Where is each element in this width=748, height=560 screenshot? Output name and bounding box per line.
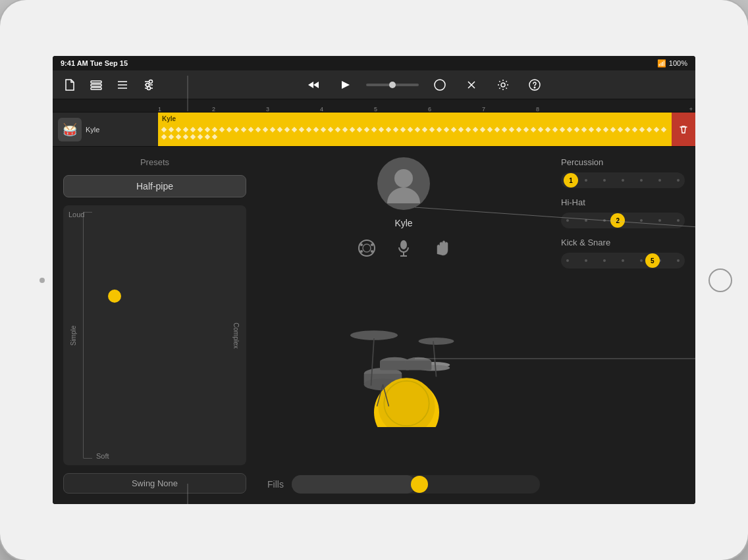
track-header: 🥁 Kyle xyxy=(53,113,158,146)
percussion-label: Percussion xyxy=(561,157,685,167)
track-region-label: Kyle xyxy=(162,115,176,122)
fills-label: Fills xyxy=(267,479,284,490)
svg-rect-0 xyxy=(91,81,101,83)
svg-point-7 xyxy=(146,83,149,86)
track-content[interactable]: Kyle xyxy=(158,113,672,146)
drummer-name: Kyle xyxy=(394,218,412,228)
center-panel: Kyle xyxy=(257,147,550,504)
help-button[interactable] xyxy=(524,74,545,95)
pad-soft-label: Soft xyxy=(96,452,109,460)
count-in-button[interactable] xyxy=(461,74,482,95)
percussion-section: Percussion 1 xyxy=(561,157,685,188)
list-button[interactable] xyxy=(112,74,133,95)
tempo-slider[interactable] xyxy=(366,84,419,86)
ruler-mark-6: 6 xyxy=(428,106,431,113)
metronome-button[interactable] xyxy=(429,74,450,95)
presets-label: Presets xyxy=(63,157,246,167)
toolbar-center xyxy=(159,74,689,95)
rewind-button[interactable] xyxy=(303,74,324,95)
percussion-slider[interactable]: 1 xyxy=(561,172,685,188)
kick-snare-section: Kick & Snare 5 xyxy=(561,238,685,268)
hihat-slider[interactable]: 2 xyxy=(561,213,685,228)
kick-snare-slider[interactable]: 5 xyxy=(561,253,685,268)
svg-rect-1 xyxy=(91,84,101,86)
svg-point-17 xyxy=(359,240,375,256)
ipad-frame: 9:41 AM Tue Sep 15 📶 100% xyxy=(0,0,748,560)
status-right: 📶 100% xyxy=(657,59,687,68)
svg-point-23 xyxy=(400,240,407,249)
ipad-screen: 9:41 AM Tue Sep 15 📶 100% xyxy=(53,56,695,504)
volume-button[interactable] xyxy=(40,278,45,283)
fills-slider[interactable] xyxy=(292,475,540,494)
play-button[interactable] xyxy=(334,74,356,95)
ruler-mark-5: 5 xyxy=(374,106,377,113)
track-name: Kyle xyxy=(86,126,99,134)
tambourine-icon[interactable] xyxy=(355,236,379,260)
svg-point-22 xyxy=(371,250,373,253)
ruler-mark-2: 2 xyxy=(212,106,215,113)
pad-simple-label: Simple xyxy=(70,325,77,345)
ruler-mark-8: 8 xyxy=(536,106,539,113)
left-panel: Presets Half-pipe Loud Soft Simple Compl… xyxy=(53,147,257,504)
svg-point-15 xyxy=(534,87,535,88)
tracks-button[interactable] xyxy=(86,74,107,95)
ruler-mark-7: 7 xyxy=(482,106,485,113)
svg-point-14 xyxy=(529,80,540,90)
new-button[interactable] xyxy=(59,74,80,95)
battery-label: 100% xyxy=(669,59,687,67)
svg-point-9 xyxy=(149,80,153,83)
track-delete-button[interactable] xyxy=(672,113,695,146)
svg-rect-36 xyxy=(406,361,432,370)
timeline-ruler: 1 2 3 4 5 6 7 8 + xyxy=(53,99,695,113)
svg-point-13 xyxy=(501,83,505,87)
kick-snare-thumb[interactable]: 5 xyxy=(645,253,660,268)
svg-point-19 xyxy=(360,243,363,246)
hihat-label: Hi-Hat xyxy=(561,197,685,207)
svg-point-16 xyxy=(394,169,413,188)
swing-button[interactable]: Swing None xyxy=(63,473,246,494)
home-button[interactable] xyxy=(708,268,732,292)
svg-point-27 xyxy=(419,338,454,345)
fills-row: Fills xyxy=(267,475,540,494)
toolbar-left xyxy=(59,74,159,95)
hand-icon[interactable] xyxy=(429,236,452,260)
pad-bracket xyxy=(83,212,92,459)
percussion-dots xyxy=(561,179,685,182)
hihat-section: Hi-Hat 2 xyxy=(561,197,685,228)
wifi-icon: 📶 xyxy=(657,59,666,68)
drum-kit-visual xyxy=(267,268,540,467)
tracks-area: 🥁 Kyle Kyle xyxy=(53,113,695,147)
pad-complex-label: Complex xyxy=(232,322,240,348)
main-content: Presets Half-pipe Loud Soft Simple Compl… xyxy=(53,147,695,504)
preset-button[interactable]: Half-pipe xyxy=(63,175,246,197)
svg-line-41 xyxy=(433,341,437,376)
microphone-icon[interactable] xyxy=(392,236,415,260)
hihat-thumb[interactable]: 2 xyxy=(610,213,625,228)
style-icons xyxy=(355,236,452,260)
pad-loud-label: Loud xyxy=(68,211,84,218)
ruler-mark-4: 4 xyxy=(320,106,323,113)
drummer-avatar[interactable] xyxy=(377,157,430,210)
right-panel: Percussion 1 xyxy=(550,147,695,504)
settings-button[interactable] xyxy=(493,74,514,95)
svg-rect-34 xyxy=(380,361,410,370)
add-track-button[interactable]: + xyxy=(689,106,693,113)
pad-dot[interactable] xyxy=(108,290,121,303)
svg-point-12 xyxy=(435,80,445,90)
status-time: 9:41 AM Tue Sep 15 xyxy=(61,59,128,67)
ruler-mark-1: 1 xyxy=(158,106,161,113)
kick-snare-dots xyxy=(561,259,685,262)
percussion-thumb[interactable]: 1 xyxy=(564,173,578,188)
track-icon: 🥁 xyxy=(58,118,82,141)
svg-point-20 xyxy=(371,243,373,246)
fills-slider-thumb[interactable] xyxy=(411,476,428,493)
drum-kit-svg xyxy=(331,309,476,427)
status-bar: 9:41 AM Tue Sep 15 📶 100% xyxy=(53,56,695,70)
fills-slider-fill xyxy=(292,475,416,494)
svg-point-11 xyxy=(147,86,151,89)
avatar-icon xyxy=(377,157,430,210)
svg-point-21 xyxy=(360,250,363,253)
svg-rect-2 xyxy=(91,88,101,89)
pad-container[interactable]: Loud Soft Simple Complex xyxy=(63,205,246,465)
mixer-button[interactable] xyxy=(138,74,159,95)
